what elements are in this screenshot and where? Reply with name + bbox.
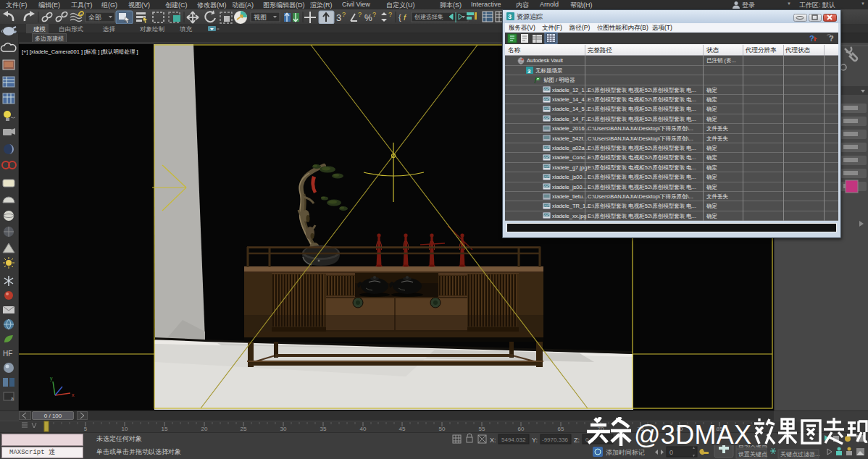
svg-text:-9970.336: -9970.336	[542, 437, 569, 443]
svg-text:20: 20	[201, 426, 208, 432]
svg-text:5494.032: 5494.032	[501, 437, 526, 443]
svg-text:@3DMAX: @3DMAX	[634, 420, 751, 449]
svg-text:0: 0	[669, 449, 673, 456]
svg-text:x: x	[72, 392, 75, 397]
svg-text:35: 35	[320, 426, 327, 432]
svg-text:a: a	[11, 396, 14, 401]
svg-text:3: 3	[336, 12, 341, 23]
svg-text:%: %	[364, 13, 372, 23]
svg-text:55: 55	[479, 426, 485, 432]
svg-text:65: 65	[558, 426, 564, 432]
svg-text:25: 25	[241, 426, 247, 432]
svg-text:设置关键点: 设置关键点	[738, 451, 767, 458]
svg-text:5: 5	[84, 426, 88, 432]
svg-text:10: 10	[122, 426, 128, 432]
svg-text:?: ?	[342, 11, 346, 18]
svg-text:HF: HF	[3, 350, 12, 358]
svg-text:{: {	[398, 13, 401, 22]
svg-text:f: f	[404, 13, 406, 22]
svg-text:Y:: Y:	[532, 437, 538, 444]
svg-text:全部: 全部	[88, 14, 101, 21]
svg-text:?: ?	[358, 11, 362, 18]
svg-text:?: ?	[809, 34, 814, 43]
svg-text:3: 3	[508, 13, 512, 20]
svg-text:创建选择集: 创建选择集	[414, 14, 443, 20]
svg-text:y: y	[50, 376, 53, 382]
svg-text:45: 45	[399, 426, 406, 432]
svg-text:?: ?	[372, 11, 376, 18]
svg-text:视图: 视图	[254, 14, 267, 21]
svg-text:X:: X:	[490, 437, 496, 444]
svg-text:添加时间标记: 添加时间标记	[606, 449, 645, 456]
svg-text:关键点过滤器...: 关键点过滤器...	[780, 451, 820, 458]
svg-text:?: ?	[388, 11, 392, 18]
svg-text:30: 30	[280, 426, 287, 432]
svg-text:50: 50	[439, 426, 446, 432]
svg-text:40: 40	[360, 426, 367, 432]
svg-text:3: 3	[527, 68, 531, 75]
svg-text:60: 60	[518, 426, 525, 432]
svg-text:15: 15	[162, 426, 168, 432]
